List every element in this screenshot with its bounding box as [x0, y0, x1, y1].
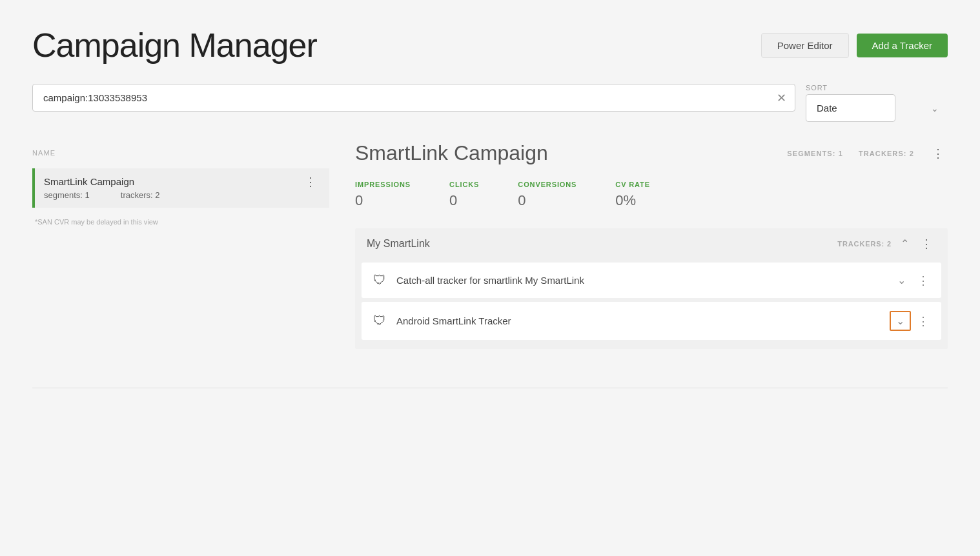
- cv-rate-label: CV RATE: [615, 181, 650, 188]
- stats-row: IMPRESSIONS 0 CLICKS 0 CONVERSIONS 0 CV …: [355, 181, 948, 209]
- sort-select-wrapper: Date Name Impressions ⌄: [806, 94, 948, 122]
- tracker-icon: 🛡: [372, 313, 387, 328]
- sort-label: SORT: [806, 84, 948, 92]
- page-title: Campaign Manager: [32, 26, 317, 65]
- segment-block: My SmartLink TRACKERS: 2 ⌃ ⋮ 🛡Catch-all …: [355, 228, 948, 349]
- sort-wrapper: SORT Date Name Impressions ⌄: [806, 84, 948, 122]
- segment-menu-button[interactable]: ⋮: [918, 238, 936, 250]
- segments-meta-label: SEGMENTS: 1: [787, 150, 843, 157]
- tracker-expand-button[interactable]: ⌄: [892, 272, 911, 289]
- campaign-trackers: trackers: 2: [121, 190, 160, 200]
- header-actions: Power Editor Add a Tracker: [761, 33, 948, 58]
- san-note: *SAN CVR may be delayed in this view: [32, 218, 329, 226]
- campaign-menu-button[interactable]: ⋮: [302, 176, 320, 188]
- tracker-actions: ⌄⋮: [892, 272, 931, 289]
- impressions-value: 0: [355, 192, 411, 209]
- campaign-detail-menu-button[interactable]: ⋮: [930, 148, 948, 159]
- tracker-name: Catch-all tracker for smartlink My Smart…: [396, 275, 883, 286]
- add-tracker-button[interactable]: Add a Tracker: [857, 34, 948, 57]
- power-editor-button[interactable]: Power Editor: [761, 33, 849, 58]
- tracker-rows-container: 🛡Catch-all tracker for smartlink My Smar…: [355, 263, 948, 340]
- tracker-icon: 🛡: [372, 273, 387, 288]
- tracker-row: 🛡Catch-all tracker for smartlink My Smar…: [362, 263, 941, 298]
- cv-rate-value: 0%: [615, 192, 650, 209]
- campaign-list-item[interactable]: SmartLink Campaign ⋮ segments: 1 tracker…: [32, 168, 329, 208]
- clicks-value: 0: [449, 192, 479, 209]
- tracker-expand-button[interactable]: ⌄: [890, 311, 911, 331]
- impressions-label: IMPRESSIONS: [355, 181, 411, 188]
- trackers-meta-label: TRACKERS: 2: [859, 150, 914, 157]
- search-clear-button[interactable]: ✕: [777, 92, 786, 104]
- tracker-name: Android SmartLink Tracker: [396, 315, 881, 326]
- right-panel: SmartLink Campaign SEGMENTS: 1 TRACKERS:…: [329, 141, 948, 349]
- campaign-detail-title: SmartLink Campaign: [355, 141, 548, 165]
- tracker-row: 🛡Android SmartLink Tracker⌄⋮: [362, 302, 941, 340]
- campaign-item-top: SmartLink Campaign ⋮: [44, 176, 320, 188]
- left-panel-header: NAME: [32, 141, 329, 163]
- segment-header-right: TRACKERS: 2 ⌃ ⋮: [837, 237, 936, 250]
- campaign-meta: segments: 1 trackers: 2: [44, 190, 320, 200]
- campaign-detail-header: SmartLink Campaign SEGMENTS: 1 TRACKERS:…: [355, 141, 948, 165]
- search-wrapper: ✕: [32, 84, 795, 112]
- campaign-detail-meta: SEGMENTS: 1 TRACKERS: 2 ⋮: [787, 148, 948, 159]
- stat-impressions: IMPRESSIONS 0: [355, 181, 411, 209]
- search-sort-row: ✕ SORT Date Name Impressions ⌄: [32, 84, 948, 122]
- stat-conversions: CONVERSIONS 0: [518, 181, 577, 209]
- conversions-label: CONVERSIONS: [518, 181, 577, 188]
- tracker-menu-button[interactable]: ⋮: [916, 275, 931, 286]
- search-input[interactable]: [32, 84, 795, 112]
- stat-cv-rate: CV RATE 0%: [615, 181, 650, 209]
- col-name-label: NAME: [32, 149, 56, 157]
- left-panel: NAME SmartLink Campaign ⋮ segments: 1 tr…: [32, 141, 329, 349]
- campaign-name: SmartLink Campaign: [44, 176, 134, 187]
- conversions-value: 0: [518, 192, 577, 209]
- main-content: NAME SmartLink Campaign ⋮ segments: 1 tr…: [32, 141, 948, 349]
- sort-chevron-icon: ⌄: [931, 103, 939, 114]
- segment-trackers-label: TRACKERS: 2: [837, 240, 892, 248]
- tracker-menu-button[interactable]: ⋮: [916, 315, 931, 327]
- page-header: Campaign Manager Power Editor Add a Trac…: [32, 26, 948, 65]
- stat-clicks: CLICKS 0: [449, 181, 479, 209]
- segment-collapse-button[interactable]: ⌃: [899, 237, 910, 250]
- campaign-segments: segments: 1: [44, 190, 90, 200]
- segment-header: My SmartLink TRACKERS: 2 ⌃ ⋮: [355, 228, 948, 259]
- segment-name: My SmartLink: [367, 238, 430, 250]
- page-divider: [32, 388, 948, 388]
- sort-select[interactable]: Date Name Impressions: [806, 94, 895, 122]
- clicks-label: CLICKS: [449, 181, 479, 188]
- tracker-actions: ⌄⋮: [890, 311, 931, 331]
